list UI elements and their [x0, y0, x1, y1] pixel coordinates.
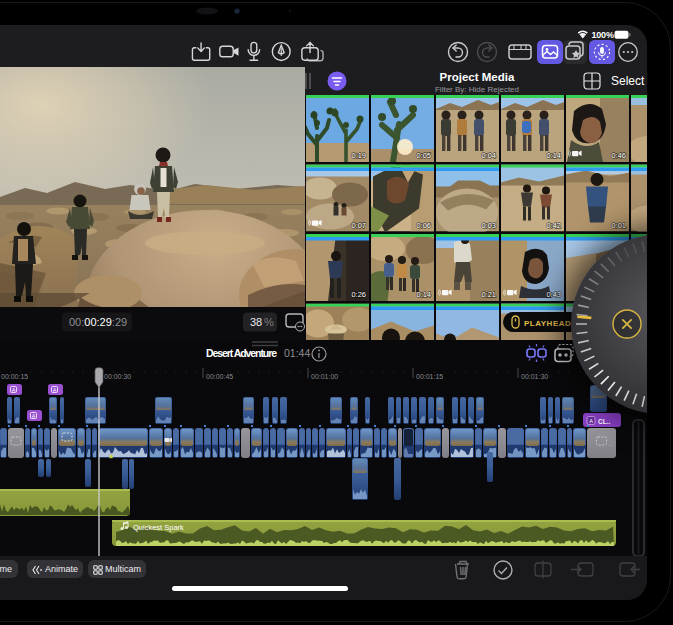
svg-text:00:01:00: 00:01:00: [311, 373, 338, 380]
svg-text:0:03: 0:03: [481, 221, 496, 230]
svg-text:01:44: 01:44: [284, 347, 310, 359]
svg-text:0:19: 0:19: [351, 151, 366, 160]
svg-text:0:05: 0:05: [416, 151, 431, 160]
svg-text:0:21: 0:21: [481, 290, 496, 299]
svg-text:0:46: 0:46: [611, 151, 626, 160]
svg-text:..: ..: [609, 441, 613, 447]
svg-text:00:01:30: 00:01:30: [521, 373, 548, 380]
svg-text:0:06: 0:06: [416, 221, 431, 230]
svg-text:0:04: 0:04: [481, 151, 496, 160]
svg-text:Select: Select: [611, 74, 645, 88]
svg-text:0:43: 0:43: [546, 290, 561, 299]
svg-text:Quickest Spark: Quickest Spark: [133, 523, 184, 532]
svg-text:A: A: [32, 413, 36, 419]
svg-text:%: %: [264, 316, 274, 328]
svg-text:A: A: [12, 387, 16, 393]
svg-text:Desert Adventure: Desert Adventure: [206, 347, 277, 359]
svg-text:00:01:15: 00:01:15: [416, 373, 443, 380]
svg-text:0:14: 0:14: [416, 290, 431, 299]
svg-text:00:00:29:29: 00:00:29:29: [69, 316, 127, 328]
svg-text:0:26: 0:26: [351, 290, 366, 299]
svg-text:Project Media: Project Media: [440, 71, 515, 83]
svg-text:00:00:45: 00:00:45: [206, 373, 233, 380]
svg-text:00:00:30: 00:00:30: [104, 373, 131, 380]
svg-text:A: A: [53, 387, 57, 393]
svg-text:00:00:15: 00:00:15: [1, 373, 28, 380]
svg-text:Filter By: Hide Rejected: Filter By: Hide Rejected: [435, 85, 519, 94]
svg-text:38: 38: [250, 316, 262, 328]
svg-text:0:42: 0:42: [546, 221, 561, 230]
svg-text:0:07: 0:07: [351, 221, 366, 230]
svg-text:0:14: 0:14: [546, 151, 561, 160]
